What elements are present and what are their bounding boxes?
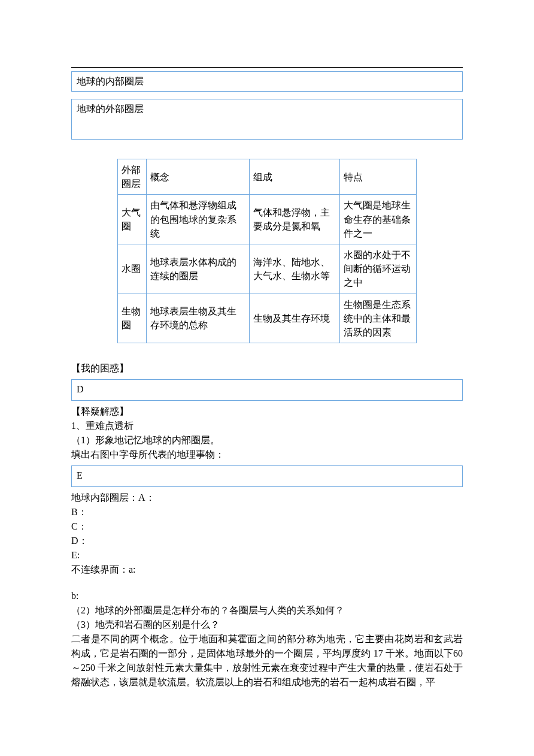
- cell-layer: 大气圈: [118, 195, 147, 244]
- point-1: 1、重难点透析: [71, 419, 463, 433]
- external-layers-table: 外部圈层 概念 组成 特点 大气圈 由气体和悬浮物组成的包围地球的复杂系统 气体…: [117, 159, 417, 343]
- header-composition: 组成: [249, 159, 340, 195]
- cell-feature: 水圈的水处于不间断的循环运动之中: [340, 244, 417, 294]
- cell-concept: 由气体和悬浮物组成的包围地球的复杂系统: [146, 195, 249, 244]
- table-row: 生物圈 地球表层生物及其生存环境的总称 生物及其生存环境 生物圈是生态系统中的主…: [118, 294, 417, 343]
- header-feature: 特点: [340, 159, 417, 195]
- box-e: E: [71, 465, 463, 487]
- line-e: E:: [71, 548, 463, 563]
- cell-concept: 地球表层生物及其生存环境的总称: [146, 294, 249, 343]
- line-c: C：: [71, 519, 463, 534]
- heading-resolve: 【释疑解惑】: [71, 404, 463, 419]
- cell-composition: 气体和悬浮物，主要成分是氮和氧: [249, 195, 340, 244]
- box-d: D: [71, 379, 463, 401]
- table-row: 外部圈层 概念 组成 特点: [118, 159, 417, 195]
- box-e-text: E: [77, 470, 83, 480]
- table-wrapper: 外部圈层 概念 组成 特点 大气圈 由气体和悬浮物组成的包围地球的复杂系统 气体…: [71, 159, 463, 343]
- header-concept: 概念: [146, 159, 249, 195]
- line-b: B：: [71, 505, 463, 519]
- subpoint-1: （1）形象地记忆地球的内部圈层。: [71, 433, 463, 447]
- line-discontinuous: 不连续界面：a:: [71, 563, 463, 577]
- box-internal-layers: 地球的内部圈层: [71, 71, 463, 92]
- document-page: 地球的内部圈层 地球的外部圈层 外部圈层 概念 组成 特点 大气圈 由气体和悬浮…: [0, 0, 534, 713]
- box-d-text: D: [77, 384, 84, 394]
- line-d: D：: [71, 534, 463, 548]
- blank-line: [71, 577, 463, 589]
- cell-composition: 生物及其生存环境: [249, 294, 340, 343]
- subpoint-3: （3）地壳和岩石圈的区别是什么？: [71, 618, 463, 632]
- cell-feature: 生物圈是生态系统中的主体和最活跃的因素: [340, 294, 417, 343]
- header-layer: 外部圈层: [118, 159, 147, 195]
- line-lower-b: b:: [71, 589, 463, 603]
- horizontal-rule: [71, 67, 463, 68]
- heading-confusion: 【我的困惑】: [71, 361, 463, 376]
- table-row: 大气圈 由气体和悬浮物组成的包围地球的复杂系统 气体和悬浮物，主要成分是氮和氧 …: [118, 195, 417, 244]
- cell-layer: 水圈: [118, 244, 147, 294]
- paragraph-explanation: 二者是不同的两个概念。位于地面和莫霍面之间的部分称为地壳，它主要由花岗岩和玄武岩…: [71, 632, 463, 690]
- subpoint-2: （2）地球的外部圈层是怎样分布的？各圈层与人类的关系如何？: [71, 603, 463, 618]
- fill-prompt: 填出右图中字母所代表的地理事物：: [71, 447, 463, 462]
- box-external-layers: 地球的外部圈层: [71, 99, 463, 140]
- cell-layer: 生物圈: [118, 294, 147, 343]
- cell-feature: 大气圈是地球生命生存的基础条件之一: [340, 195, 417, 244]
- cell-composition: 海洋水、陆地水、大气水、生物水等: [249, 244, 340, 294]
- table-row: 水圈 地球表层水体构成的连续的圈层 海洋水、陆地水、大气水、生物水等 水圈的水处…: [118, 244, 417, 294]
- cell-concept: 地球表层水体构成的连续的圈层: [146, 244, 249, 294]
- box-text: 地球的外部圈层: [77, 104, 144, 114]
- line-a: 地球内部圈层：A：: [71, 491, 463, 505]
- box-text: 地球的内部圈层: [77, 76, 144, 86]
